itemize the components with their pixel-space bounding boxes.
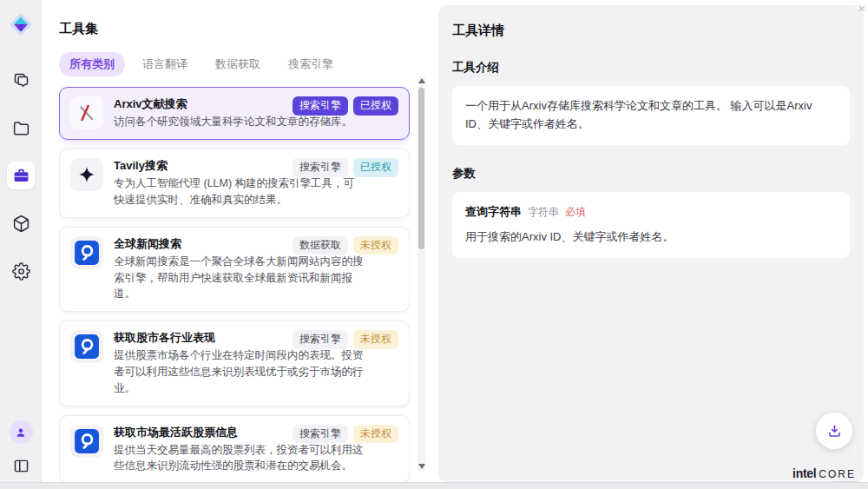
parameter-description: 用于搜索的Arxiv ID、关键字或作者姓名。 (465, 228, 837, 247)
auth-status-badge: 已授权 (353, 96, 398, 116)
tab-category-3[interactable]: 数据获取 (205, 52, 271, 76)
download-button[interactable] (816, 413, 852, 449)
settings-icon[interactable] (7, 257, 35, 285)
params-heading: 参数 (452, 166, 850, 182)
tool-description: 全球新闻搜索是一个聚合全球各大新闻网站内容的搜索引擎，帮助用户快速获取全球最新资… (114, 254, 398, 302)
tool-card[interactable]: Arxiv文献搜索访问各个研究领域大量科学论文和文章的存储库。搜索引擎已授权 (59, 87, 410, 140)
category-badge: 数据获取 (293, 236, 348, 255)
category-badge: 搜索引擎 (293, 330, 348, 349)
sidebar-bottom (10, 420, 33, 477)
auth-status-badge: 未授权 (353, 330, 398, 349)
scroll-down-icon[interactable] (418, 464, 425, 469)
category-badge: 搜索引擎 (293, 158, 348, 177)
toolset-title: 工具集 (59, 21, 438, 37)
intro-heading: 工具介绍 (452, 60, 850, 76)
close-icon[interactable]: ✕ (858, 3, 866, 14)
intro-text: 一个用于从Arxiv存储库搜索科学论文和文章的工具。 输入可以是Arxiv ID… (452, 86, 850, 145)
parameter-card: 查询字符串 字符串 必填 用于搜索的Arxiv ID、关键字或作者姓名。 (452, 192, 850, 259)
chat-icon[interactable] (7, 66, 35, 94)
intel-core-logo: intel coreUltra (792, 466, 856, 480)
parameter-type: 字符串 (528, 204, 559, 221)
cube-icon[interactable] (7, 209, 35, 237)
download-icon (826, 423, 843, 439)
details-title: 工具详情 (452, 23, 850, 39)
tool-description: 专为人工智能代理 (LLM) 构建的搜索引擎工具，可快速提供实时、准确和真实的结… (114, 175, 398, 208)
tab-category-4[interactable]: 搜索引擎 (278, 52, 344, 76)
toolbox-icon[interactable] (7, 162, 35, 189)
tool-list: Arxiv文献搜索访问各个研究领域大量科学论文和文章的存储库。搜索引擎已授权Ta… (59, 87, 410, 488)
tool-description: 提供股票市场各个行业在特定时间段内的表现。投资者可以利用这些信息来识别表现优于或… (114, 347, 398, 396)
app-window: 工具集 所有类别语言翻译数据获取搜索引擎 Arxiv文献搜索访问各个研究领域大量… (0, 0, 868, 489)
tool-description: 访问各个研究领域大量科学论文和文章的存储库。 (114, 114, 398, 130)
parameter-name: 查询字符串 (465, 203, 522, 221)
app-logo-icon[interactable] (7, 10, 35, 38)
category-tabs: 所有类别语言翻译数据获取搜索引擎 (59, 52, 438, 76)
toolset-panel: 工具集 所有类别语言翻译数据获取搜索引擎 Arxiv文献搜索访问各个研究领域大量… (42, 0, 438, 483)
auth-status-badge: 未授权 (353, 425, 398, 444)
sidebar-nav (7, 66, 35, 285)
sidebar (0, 0, 42, 489)
auth-status-badge: 已授权 (353, 158, 398, 177)
auth-status-badge: 未授权 (353, 236, 398, 255)
tool-card[interactable]: Tavily搜索专为人工智能代理 (LLM) 构建的搜索引擎工具，可快速提供实时… (59, 149, 410, 218)
panel-layout-icon[interactable] (10, 454, 32, 477)
tab-category-1[interactable]: 所有类别 (59, 52, 125, 76)
tool-description: 提供当天交易量最高的股票列表，投资者可以利用这些信息来识别流动性强的股票和潜在的… (114, 442, 398, 475)
qblue-icon (70, 236, 103, 269)
tool-card[interactable]: 获取市场最活跃股票信息提供当天交易量最高的股票列表，投资者可以利用这些信息来识别… (59, 415, 410, 485)
qblue-icon (70, 425, 103, 458)
user-avatar-icon[interactable] (10, 420, 33, 444)
category-badge: 搜索引擎 (293, 96, 348, 116)
qblue-icon (70, 330, 103, 363)
list-scrollbar[interactable] (418, 76, 425, 471)
folder-icon[interactable] (7, 114, 35, 142)
scroll-up-icon[interactable] (418, 78, 425, 83)
tool-details-panel: 工具详情 工具介绍 一个用于从Arxiv存储库搜索科学论文和文章的工具。 输入可… (438, 5, 864, 483)
tool-card[interactable]: 获取股市各行业表现提供股票市场各个行业在特定时间段内的表现。投资者可以利用这些信… (59, 320, 410, 406)
tool-card[interactable]: 全球新闻搜索全球新闻搜索是一个聚合全球各大新闻网站内容的搜索引擎，帮助用户快速获… (59, 227, 410, 312)
parameter-required-badge: 必填 (565, 204, 586, 221)
tavily-icon (70, 158, 103, 191)
tab-category-2[interactable]: 语言翻译 (132, 52, 198, 76)
window-bottom-edge (0, 482, 868, 489)
scrollbar-thumb[interactable] (418, 88, 424, 249)
arxiv-icon (70, 96, 103, 129)
category-badge: 搜索引擎 (293, 425, 348, 444)
